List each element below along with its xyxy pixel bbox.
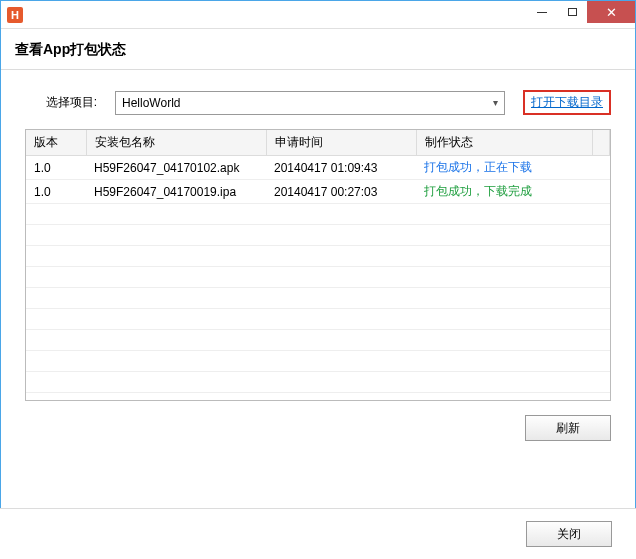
titlebar-left: H [1,7,23,23]
cell-version: 1.0 [26,180,86,204]
build-table-wrap: 版本 安装包名称 申请时间 制作状态 1.0H59F26047_04170102… [25,129,611,401]
close-icon: ✕ [606,5,617,20]
table-row-empty: . [26,225,610,246]
table-row-empty: . [26,372,610,393]
col-status[interactable]: 制作状态 [416,130,593,156]
build-table: 版本 安装包名称 申请时间 制作状态 1.0H59F26047_04170102… [26,130,610,401]
cell-pkg-name: H59F26047_04170019.ipa [86,180,266,204]
project-row: 选择项目: HelloWorld ▾ 打开下载目录 [25,90,611,115]
project-select[interactable]: HelloWorld ▾ [115,91,505,115]
maximize-icon [568,8,577,16]
window-controls: ✕ [527,1,635,28]
col-version[interactable]: 版本 [26,130,86,156]
refresh-row: 刷新 [25,415,611,441]
cell-spacer [593,180,610,204]
cell-version: 1.0 [26,156,86,180]
col-spacer [593,130,610,156]
table-row-empty: . [26,309,610,330]
close-window-button[interactable]: ✕ [587,1,635,23]
maximize-button[interactable] [557,1,587,23]
minimize-button[interactable] [527,1,557,23]
open-download-dir-link[interactable]: 打开下载目录 [531,95,603,109]
table-row[interactable]: 1.0H59F26047_04170019.ipa20140417 00:27:… [26,180,610,204]
table-row-empty: . [26,393,610,402]
titlebar: H ✕ [1,1,635,29]
refresh-button[interactable]: 刷新 [525,415,611,441]
page-title: 查看App打包状态 [1,29,635,65]
footer: 关闭 [0,508,636,559]
table-row-empty: . [26,204,610,225]
cell-pkg-name: H59F26047_04170102.apk [86,156,266,180]
close-button[interactable]: 关闭 [526,521,612,547]
cell-status: 打包成功，下载完成 [416,180,593,204]
table-row-empty: . [26,246,610,267]
project-label: 选择项目: [25,94,97,111]
table-body: 1.0H59F26047_04170102.apk20140417 01:09:… [26,156,610,402]
cell-apply-time: 20140417 01:09:43 [266,156,416,180]
table-row-empty: . [26,330,610,351]
table-row[interactable]: 1.0H59F26047_04170102.apk20140417 01:09:… [26,156,610,180]
table-row-empty: . [26,267,610,288]
col-apply-time[interactable]: 申请时间 [266,130,416,156]
cell-spacer [593,156,610,180]
minimize-icon [537,12,547,13]
content-area: 选择项目: HelloWorld ▾ 打开下载目录 版本 安装包名称 申请时间 … [1,70,635,449]
chevron-down-icon: ▾ [493,97,498,108]
project-select-value: HelloWorld [122,96,180,110]
app-icon: H [7,7,23,23]
cell-status: 打包成功，正在下载 [416,156,593,180]
table-row-empty: . [26,351,610,372]
open-download-dir-highlight: 打开下载目录 [523,90,611,115]
table-header-row: 版本 安装包名称 申请时间 制作状态 [26,130,610,156]
col-pkg-name[interactable]: 安装包名称 [86,130,266,156]
cell-apply-time: 20140417 00:27:03 [266,180,416,204]
table-row-empty: . [26,288,610,309]
